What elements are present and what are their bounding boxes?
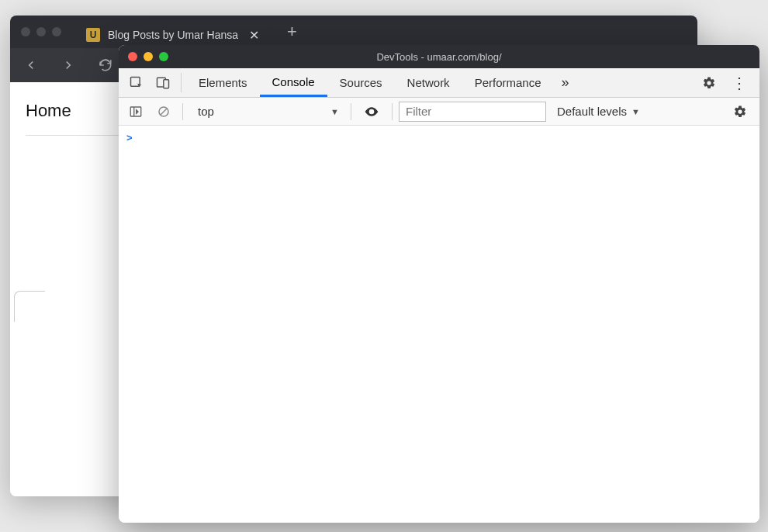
live-expression-icon[interactable] [358,104,386,119]
devtools-window: DevTools - umaar.com/blog/ Elements Cons… [119,45,759,523]
content-card-edge [14,291,45,322]
tab-sources[interactable]: Sources [327,68,395,97]
console-settings-gear-icon[interactable] [725,105,755,119]
traffic-maximize-icon[interactable] [159,52,168,61]
traffic-maximize-icon[interactable] [52,27,61,36]
traffic-lights [21,27,61,36]
traffic-minimize-icon[interactable] [144,52,153,61]
tab-title: Blog Posts by Umar Hansa [108,29,238,41]
console-body[interactable]: > [119,126,759,523]
console-bar-divider [392,103,393,120]
svg-rect-2 [164,79,169,88]
settings-gear-icon[interactable] [694,68,724,97]
console-prompt-icon: > [126,132,133,143]
chevron-down-icon: ▼ [330,107,339,116]
toggle-sidebar-icon[interactable] [123,105,148,119]
tabbar-divider [181,73,182,92]
new-tab-button[interactable]: + [278,22,306,42]
more-tabs-icon[interactable]: » [554,68,577,97]
tab-close-icon[interactable]: ✕ [246,28,262,43]
tab-performance[interactable]: Performance [462,68,554,97]
console-bar-divider [351,103,351,120]
kebab-menu-icon[interactable]: ⋮ [724,68,755,97]
chevron-down-icon: ▼ [631,107,640,116]
traffic-close-icon[interactable] [128,52,137,61]
inspect-element-icon[interactable] [123,68,150,97]
nav-forward-icon[interactable] [55,54,81,77]
nav-reload-icon[interactable] [92,54,119,77]
browser-tab[interactable]: U Blog Posts by Umar Hansa ✕ [77,22,272,48]
devtools-tabbar: Elements Console Sources Network Perform… [119,68,759,98]
devtools-window-title: DevTools - umaar.com/blog/ [119,51,759,63]
traffic-minimize-icon[interactable] [36,27,46,36]
clear-console-icon[interactable] [151,105,176,119]
log-levels-select[interactable]: Default levels ▼ [549,105,648,118]
nav-back-icon[interactable] [18,54,44,77]
filter-input[interactable] [399,102,546,122]
execution-context-select[interactable]: top ▼ [189,102,344,121]
execution-context-label: top [198,105,214,118]
tab-console[interactable]: Console [260,68,327,97]
tab-network[interactable]: Network [395,68,462,97]
devtools-traffic-lights [128,52,168,61]
favicon-icon: U [86,28,100,42]
devtools-titlebar: DevTools - umaar.com/blog/ [119,45,759,68]
device-toolbar-icon[interactable] [150,68,176,97]
traffic-close-icon[interactable] [21,27,30,36]
tab-elements[interactable]: Elements [186,68,260,97]
console-toolbar: top ▼ Default levels ▼ [119,98,759,126]
svg-rect-3 [130,107,141,116]
svg-point-7 [370,110,372,112]
log-levels-label: Default levels [557,105,627,118]
svg-line-6 [161,109,167,115]
browser-titlebar: U Blog Posts by Umar Hansa ✕ + [10,16,697,48]
console-bar-divider [182,103,183,120]
